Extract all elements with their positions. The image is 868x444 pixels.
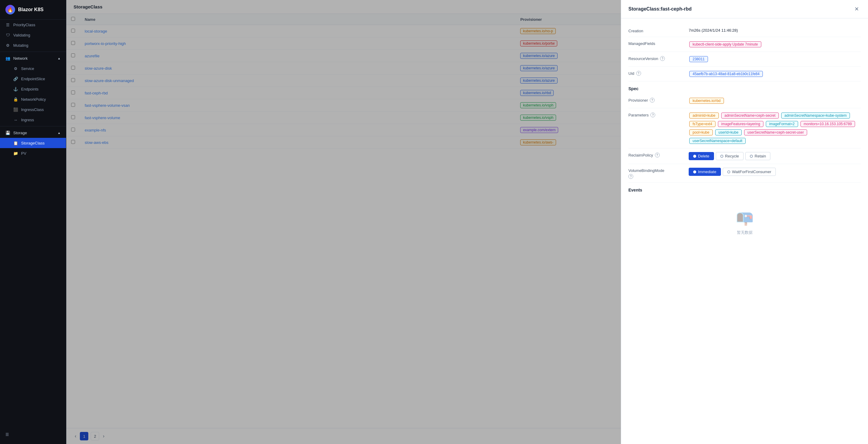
detail-title: StorageClass:fast-ceph-rbd (628, 6, 692, 12)
sidebar-item-service[interactable]: ⚙ Service (0, 63, 66, 73)
provisioner-row: Provisioner ? kubernetes.io/rbd (628, 93, 861, 108)
close-button[interactable]: ✕ (852, 5, 861, 13)
reclaim-policy-retain[interactable]: Retain (745, 152, 771, 160)
chevron-up-icon-2: ▲ (58, 131, 61, 135)
resource-version-help-icon[interactable]: ? (660, 56, 665, 61)
app-logo: 🔥 Blazor K8S (0, 0, 66, 20)
radio-dot (720, 155, 723, 158)
validating-icon: 🛡 (5, 33, 10, 37)
sidebar-item-network[interactable]: 👥 Network ▲ (0, 53, 66, 63)
uid-tag: 45aefb7b-ab13-48ad-81a8-eb1b0c11fe84 (689, 71, 763, 77)
sidebar-item-endpoints[interactable]: ⚓ Endpoints (0, 84, 66, 94)
sidebar-item-priorityclass[interactable]: ☰ PriorityClass (0, 20, 66, 30)
volume-binding-label: VolumeBindingMode ? (628, 168, 689, 179)
managed-fields-label: ManagedFields (628, 41, 689, 46)
parameter-tag: adminSecretNamespace=kube-system (781, 113, 850, 119)
sidebar-item-ingressclass[interactable]: ⬛ IngressClass (0, 105, 66, 115)
parameter-tag: adminId=kube (689, 113, 719, 119)
creation-row: Creation 7m26s (2024/1/24 11:46:28) (628, 24, 861, 37)
endpointslice-icon: 🔗 (13, 76, 18, 81)
detail-overlay: StorageClass:fast-ceph-rbd ✕ Creation 7m… (66, 0, 868, 444)
sidebar-item-label: Network (13, 56, 28, 61)
managed-fields-value: kubectl-client-side-apply Update 7minute (689, 41, 861, 48)
divider (0, 52, 66, 52)
sidebar-item-label: PV (21, 151, 26, 156)
volume-binding-immediate[interactable]: Immediate (689, 168, 721, 176)
parameters-label: Parameters ? (628, 112, 689, 117)
volume-binding-value: ImmediateWaitForFirstConsumer (689, 168, 861, 176)
resource-version-label: ResourceVersion ? (628, 56, 689, 61)
priorityclass-icon: ☰ (5, 22, 10, 27)
radio-dot (693, 155, 696, 158)
endpoints-icon: ⚓ (13, 87, 18, 91)
radio-label: Recycle (725, 154, 739, 158)
sidebar-item-label: NetworkPolicy (21, 97, 46, 102)
sidebar-item-label: IngressClass (21, 108, 44, 112)
uid-value: 45aefb7b-ab13-48ad-81a8-eb1b0c11fe84 (689, 70, 861, 78)
radio-label: Delete (698, 154, 710, 158)
events-section-title: Events (628, 183, 861, 195)
managed-fields-row: ManagedFields kubectl-client-side-apply … (628, 37, 861, 52)
provisioner-help-icon[interactable]: ? (650, 98, 655, 102)
app-name: Blazor K8S (18, 7, 43, 12)
storageclass-icon: 📋 (13, 141, 18, 145)
sidebar-item-label: Storage (13, 130, 27, 135)
sidebar-menu-icon[interactable]: ☰ (5, 430, 61, 439)
reclaim-policy-help-icon[interactable]: ? (655, 153, 660, 157)
sidebar-item-label: Mutating (13, 43, 28, 48)
detail-panel: StorageClass:fast-ceph-rbd ✕ Creation 7m… (621, 0, 868, 444)
empty-inbox-icon: 📭 (736, 209, 754, 226)
sidebar-item-label: Service (21, 66, 34, 71)
sidebar-item-label: PriorityClass (13, 23, 35, 27)
sidebar-item-label: EndpointSlice (21, 77, 45, 81)
ingressclass-icon: ⬛ (13, 107, 18, 112)
parameters-value: adminId=kubeadminSecretName=ceph-secreta… (689, 112, 861, 145)
sidebar-item-label: StorageClass (21, 141, 44, 145)
reclaim-policy-recycle[interactable]: Recycle (716, 152, 744, 160)
hamburger-icon: ☰ (5, 432, 9, 437)
creation-value: 7m26s (2024/1/24 11:46:28) (689, 28, 861, 33)
radio-label: WaitForFirstConsumer (732, 170, 771, 174)
sidebar-item-pv[interactable]: 📁 PV (0, 148, 66, 158)
network-icon: 👥 (5, 56, 10, 61)
sidebar-item-endpointslice[interactable]: 🔗 EndpointSlice (0, 73, 66, 84)
empty-state: 📭 暂无数据 (628, 195, 861, 250)
resource-version-row: ResourceVersion ? 238011 (628, 52, 861, 67)
volume-binding-waitforfirstconsumer[interactable]: WaitForFirstConsumer (723, 168, 776, 176)
sidebar: 🔥 Blazor K8S ☰ PriorityClass 🛡 Validatin… (0, 0, 66, 444)
radio-dot (750, 155, 753, 158)
resource-version-tag: 238011 (689, 56, 708, 62)
reclaim-policy-row: ReclaimPolicy ? DeleteRecycleRetain (628, 148, 861, 164)
sidebar-item-storageclass[interactable]: 📋 StorageClass (0, 138, 66, 148)
divider-2 (0, 126, 66, 126)
sidebar-item-label: Ingress (21, 118, 34, 122)
parameter-tag: userSecretName=ceph-secret-user (744, 129, 807, 136)
sidebar-item-storage[interactable]: 💾 Storage ▲ (0, 127, 66, 138)
provisioner-value: kubernetes.io/rbd (689, 97, 861, 105)
parameter-tag: fsType=ext4 (689, 121, 715, 127)
uid-row: Uid ? 45aefb7b-ab13-48ad-81a8-eb1b0c11fe… (628, 67, 861, 82)
uid-help-icon[interactable]: ? (636, 71, 641, 76)
uid-label: Uid ? (628, 70, 689, 76)
ingress-icon: ↔ (13, 117, 18, 122)
spec-section-title: Spec (628, 82, 861, 93)
provisioner-tag: kubernetes.io/rbd (689, 98, 724, 104)
parameters-help-icon[interactable]: ? (650, 113, 655, 117)
volume-binding-row: VolumeBindingMode ? ImmediateWaitForFirs… (628, 164, 861, 183)
sidebar-item-ingress[interactable]: ↔ Ingress (0, 115, 66, 125)
sidebar-item-validating[interactable]: 🛡 Validating (0, 30, 66, 40)
radio-dot (693, 171, 696, 173)
volume-binding-help-icon[interactable]: ? (628, 174, 633, 179)
pv-icon: 📁 (13, 151, 18, 156)
main-content: StorageClass 13 Items Name Provisioner l… (66, 0, 868, 444)
reclaim-policy-delete[interactable]: Delete (689, 152, 714, 160)
sidebar-item-label: Validating (13, 33, 30, 37)
networkpolicy-icon: 🔒 (13, 97, 18, 102)
sidebar-item-networkpolicy[interactable]: 🔒 NetworkPolicy (0, 94, 66, 105)
managed-fields-tag: kubectl-client-side-apply Update 7minute (689, 41, 761, 47)
provisioner-label: Provisioner ? (628, 97, 689, 102)
sidebar-item-mutating[interactable]: ⚙ Mutating (0, 40, 66, 50)
parameter-tag: userSecretNamespace=default (689, 138, 746, 144)
storage-icon: 💾 (5, 130, 10, 135)
radio-label: Immediate (698, 170, 716, 174)
